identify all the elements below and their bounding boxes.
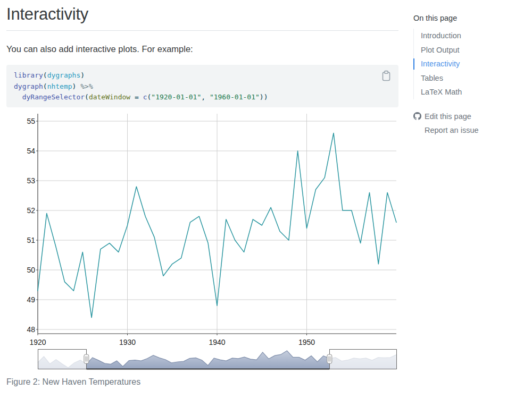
unselected-zone-left[interactable]: [38, 349, 86, 369]
y-tick-label: 51: [27, 236, 35, 244]
page-title: Interactivity: [6, 5, 88, 24]
y-tick-label: 50: [27, 266, 35, 274]
code-line: dygraph(nhtemp) %>%: [14, 81, 391, 92]
copy-code-button[interactable]: [380, 70, 393, 83]
page-links: Edit this page Report an issue: [413, 109, 528, 137]
title-divider: [6, 30, 398, 31]
y-tick-label: 55: [27, 117, 35, 125]
y-tick-label: 54: [27, 147, 35, 155]
clipboard-icon: [381, 70, 392, 82]
report-an-issue-label: Report an issue: [425, 123, 479, 137]
x-tick-label: 1940: [209, 338, 225, 346]
toc-item-interactivity[interactable]: Interactivity: [421, 57, 528, 71]
dygraph-plot[interactable]: 48495051525354551920193019401950: [0, 114, 404, 348]
figure-caption: Figure 2: New Haven Temperatures: [6, 377, 140, 387]
intro-text: You can also add interactive plots. For …: [6, 44, 193, 54]
toc-item-plot-output[interactable]: Plot Output: [421, 43, 528, 57]
unselected-zone-right[interactable]: [329, 349, 396, 369]
y-tick-label: 53: [27, 176, 35, 185]
y-tick-label: 52: [27, 206, 35, 215]
x-tick-label: 1950: [298, 338, 315, 346]
y-tick-label: 49: [27, 295, 35, 304]
y-tick-label: 48: [27, 325, 35, 334]
toc-item-tables[interactable]: Tables: [421, 71, 528, 86]
toc-heading: On this page: [413, 14, 528, 22]
edit-this-page-link[interactable]: Edit this page: [413, 109, 528, 123]
toc-item-introduction[interactable]: Introduction: [421, 29, 528, 43]
toc-list: IntroductionPlot OutputInteractivityTabl…: [413, 29, 528, 99]
toc-sidebar: On this page IntroductionPlot OutputInte…: [413, 14, 528, 137]
range-selector[interactable]: [0, 347, 404, 372]
x-tick-label: 1930: [119, 338, 136, 346]
line-chart-svg: 48495051525354551920193019401950: [0, 114, 404, 348]
github-icon: [413, 112, 421, 120]
report-an-issue-link[interactable]: Report an issue: [413, 123, 528, 137]
code-lines: library(dygraphs)dygraph(nhtemp) %>% dyR…: [14, 70, 391, 103]
code-block: library(dygraphs)dygraph(nhtemp) %>% dyR…: [6, 65, 398, 107]
edit-this-page-label: Edit this page: [425, 109, 471, 123]
range-selector-svg: [0, 347, 404, 372]
code-line: library(dygraphs): [14, 70, 391, 81]
toc-item-latex-math[interactable]: LaTeX Math: [421, 85, 528, 99]
code-line: dyRangeSelector(dateWindow = c("1920-01-…: [14, 92, 391, 103]
x-tick-label: 1920: [29, 338, 46, 346]
